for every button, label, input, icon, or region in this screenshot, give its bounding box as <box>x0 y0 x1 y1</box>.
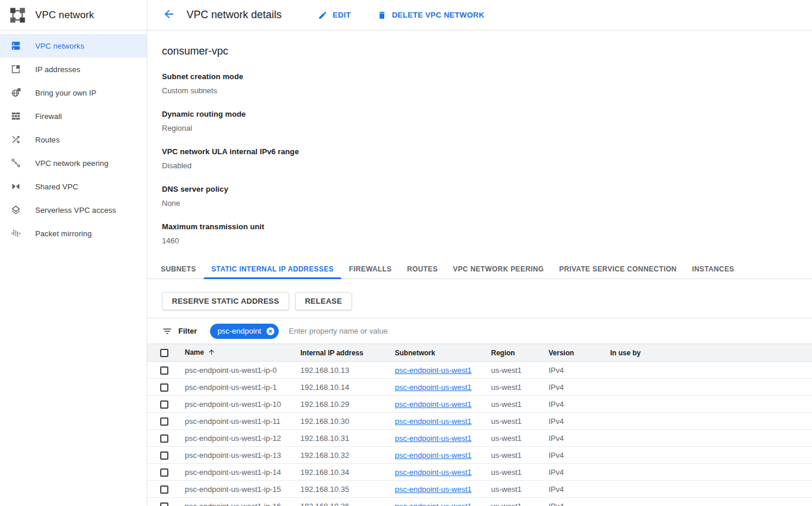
sidebar-item-vpc-networks[interactable]: VPC networks <box>0 34 147 57</box>
tab-private-service-connection[interactable]: PRIVATE SERVICE CONNECTION <box>552 260 684 279</box>
tab-static-internal-ip-addresses[interactable]: STATIC INTERNAL IP ADDRESSES <box>204 260 341 279</box>
sidebar-item-label: Routes <box>35 135 60 144</box>
cell-in-use-by <box>598 430 812 447</box>
sidebar-nav: VPC networks IP addresses Bring your own… <box>0 30 147 506</box>
cell-name: psc-endpoint-us-west1-ip-10 <box>173 396 289 413</box>
sidebar-item-serverless-vpc-access[interactable]: Serverless VPC access <box>0 198 147 222</box>
column-header-region[interactable]: Region <box>479 344 537 362</box>
row-checkbox[interactable] <box>160 502 168 506</box>
subnetwork-link[interactable]: psc-endpoint-us-west1 <box>395 451 472 460</box>
pencil-icon <box>318 11 327 20</box>
select-all-checkbox[interactable] <box>160 349 168 357</box>
tab-firewalls[interactable]: FIREWALLS <box>341 260 400 279</box>
product-header: VPC network <box>0 0 147 30</box>
sidebar-item-label: VPC networks <box>35 42 84 50</box>
row-checkbox[interactable] <box>160 434 168 443</box>
cell-internal-ip: 192.168.10.14 <box>289 379 383 396</box>
cell-internal-ip: 192.168.10.13 <box>289 362 383 379</box>
release-button[interactable]: RELEASE <box>295 292 352 310</box>
subnetwork-link[interactable]: psc-endpoint-us-west1 <box>395 434 472 443</box>
packet-mirroring-icon <box>11 228 21 239</box>
tab-instances[interactable]: INSTANCES <box>684 260 742 279</box>
cell-region: us-west1 <box>479 464 537 481</box>
sidebar-item-ip-addresses[interactable]: IP addresses <box>0 57 147 81</box>
page-title: VPC network details <box>187 9 282 21</box>
cell-internal-ip: 192.168.10.35 <box>289 481 383 498</box>
property-label: VPC network ULA internal IPv6 range <box>162 147 812 156</box>
filter-chip[interactable]: psc-endpoint <box>210 324 279 339</box>
cell-name: psc-endpoint-us-west1-ip-0 <box>173 362 289 379</box>
sidebar-item-label: Serverless VPC access <box>35 206 116 215</box>
app-root: VPC network VPC network details EDIT DEL… <box>0 0 812 506</box>
column-header-version[interactable]: Version <box>537 344 598 362</box>
subnetwork-link[interactable]: psc-endpoint-us-west1 <box>395 468 472 477</box>
vpc-network-peering-icon <box>11 158 21 168</box>
cell-region: us-west1 <box>479 396 537 413</box>
cell-subnetwork: psc-endpoint-us-west1 <box>383 379 479 396</box>
column-header-in-use-by[interactable]: In use by <box>598 344 812 362</box>
row-checkbox[interactable] <box>160 485 168 494</box>
chip-close-button[interactable] <box>265 326 276 337</box>
table-row: psc-endpoint-us-west1-ip-10 192.168.10.2… <box>147 396 812 413</box>
sidebar-item-shared-vpc[interactable]: Shared VPC <box>0 175 147 198</box>
cell-in-use-by <box>598 481 812 498</box>
serverless-vpc-icon <box>11 205 21 215</box>
cell-internal-ip: 192.168.10.30 <box>289 413 383 430</box>
cell-in-use-by <box>598 396 812 413</box>
cell-version: IPv4 <box>537 498 598 506</box>
property-value: Custom subnets <box>162 86 812 95</box>
cell-name: psc-endpoint-us-west1-ip-1 <box>173 379 289 396</box>
cell-internal-ip: 192.168.10.36 <box>289 498 383 506</box>
delete-vpc-network-button[interactable]: DELETE VPC NETWORK <box>377 11 485 20</box>
subnetwork-link[interactable]: psc-endpoint-us-west1 <box>395 383 472 392</box>
column-header-internal-ip-address[interactable]: Internal IP address <box>289 344 383 362</box>
edit-button[interactable]: EDIT <box>318 11 351 20</box>
row-checkbox[interactable] <box>160 400 168 409</box>
cell-internal-ip: 192.168.10.34 <box>289 464 383 481</box>
property-block: VPC network ULA internal IPv6 range Disa… <box>162 147 812 170</box>
sidebar-item-bring-your-own-ip[interactable]: Bring your own IP <box>0 81 147 104</box>
table-row: psc-endpoint-us-west1-ip-15 192.168.10.3… <box>147 481 812 498</box>
cell-name: psc-endpoint-us-west1-ip-15 <box>173 481 289 498</box>
sidebar-item-label: Packet mirroring <box>35 229 92 238</box>
table-row: psc-endpoint-us-west1-ip-16 192.168.10.3… <box>147 498 812 506</box>
subnetwork-link[interactable]: psc-endpoint-us-west1 <box>395 366 472 375</box>
sidebar-item-routes[interactable]: Routes <box>0 128 147 151</box>
cell-in-use-by <box>598 362 812 379</box>
firewall-icon <box>11 111 21 121</box>
subnetwork-link[interactable]: psc-endpoint-us-west1 <box>395 485 472 494</box>
properties: Subnet creation mode Custom subnets Dyna… <box>162 72 812 245</box>
cell-region: us-west1 <box>479 379 537 396</box>
reserve-static-address-button[interactable]: RESERVE STATIC ADDRESS <box>162 292 289 310</box>
cell-version: IPv4 <box>537 413 598 430</box>
subnetwork-link[interactable]: psc-endpoint-us-west1 <box>395 400 472 409</box>
delete-button-label: DELETE VPC NETWORK <box>392 11 485 19</box>
cell-in-use-by <box>598 379 812 396</box>
bring-your-own-ip-icon <box>11 87 21 98</box>
sidebar-item-firewall[interactable]: Firewall <box>0 104 147 128</box>
cell-version: IPv4 <box>537 464 598 481</box>
back-button[interactable] <box>162 8 176 22</box>
filter-bar: Filter psc-endpoint <box>147 318 812 344</box>
tab-subnets[interactable]: SUBNETS <box>153 260 204 279</box>
cell-version: IPv4 <box>537 481 598 498</box>
row-checkbox[interactable] <box>160 451 168 460</box>
row-checkbox[interactable] <box>160 468 168 477</box>
subnetwork-link[interactable]: psc-endpoint-us-west1 <box>395 502 472 506</box>
sidebar-item-vpc-network-peering[interactable]: VPC network peering <box>0 151 147 175</box>
sidebar-item-label: IP addresses <box>35 65 80 74</box>
tab-routes[interactable]: ROUTES <box>400 260 445 279</box>
column-header-name[interactable]: Name <box>173 344 289 362</box>
row-checkbox[interactable] <box>160 366 168 375</box>
row-checkbox[interactable] <box>160 417 168 426</box>
sidebar-item-packet-mirroring[interactable]: Packet mirroring <box>0 222 147 245</box>
ip-addresses-table: NameInternal IP addressSubnetworkRegionV… <box>147 344 812 506</box>
cell-subnetwork: psc-endpoint-us-west1 <box>383 481 479 498</box>
tab-vpc-network-peering[interactable]: VPC NETWORK PEERING <box>445 260 552 279</box>
subnetwork-link[interactable]: psc-endpoint-us-west1 <box>395 417 472 426</box>
column-header-subnetwork[interactable]: Subnetwork <box>383 344 479 362</box>
filter-input[interactable] <box>289 327 812 335</box>
table-row: psc-endpoint-us-west1-ip-12 192.168.10.3… <box>147 430 812 447</box>
row-checkbox[interactable] <box>160 383 168 392</box>
product-title: VPC network <box>35 9 94 21</box>
